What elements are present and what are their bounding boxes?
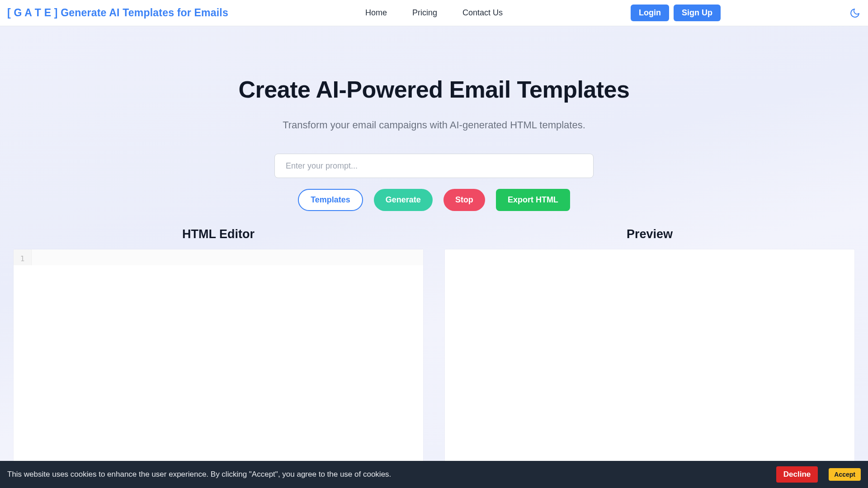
prompt-box (274, 154, 594, 178)
preview-title: Preview (445, 225, 854, 249)
line-number: 1 (14, 254, 31, 264)
header: [ G A T E ] Generate AI Templates for Em… (0, 0, 868, 26)
editor-panel: HTML Editor 1 (14, 225, 423, 484)
code-area[interactable] (32, 249, 423, 265)
cookie-accept-button[interactable]: Accept (829, 468, 861, 481)
editor-empty-area[interactable] (14, 265, 423, 484)
signup-button[interactable]: Sign Up (674, 5, 721, 21)
nav-home[interactable]: Home (365, 8, 387, 18)
generate-button[interactable]: Generate (374, 189, 433, 211)
moon-icon (849, 8, 860, 19)
auth-buttons: Login Sign Up (631, 5, 721, 21)
nav-pricing[interactable]: Pricing (412, 8, 437, 18)
preview-body (445, 249, 854, 484)
cookie-banner: This website uses cookies to enhance the… (0, 461, 868, 488)
prompt-input[interactable] (274, 154, 594, 178)
cookie-actions: Decline Accept (776, 466, 861, 483)
cookie-text: This website uses cookies to enhance the… (7, 470, 391, 479)
hero: Create AI-Powered Email Templates Transf… (0, 26, 868, 488)
editor-gutter: 1 (14, 249, 32, 265)
hero-title: Create AI-Powered Email Templates (0, 76, 868, 103)
nav-contact[interactable]: Contact Us (462, 8, 503, 18)
export-html-button[interactable]: Export HTML (496, 189, 570, 211)
editor-title: HTML Editor (14, 225, 423, 249)
theme-toggle-button[interactable] (848, 6, 862, 20)
action-row: Templates Generate Stop Export HTML (0, 189, 868, 211)
login-button[interactable]: Login (631, 5, 669, 21)
cookie-decline-button[interactable]: Decline (776, 466, 818, 483)
hero-subtitle: Transform your email campaigns with AI-g… (0, 119, 868, 131)
templates-button[interactable]: Templates (298, 189, 363, 211)
preview-panel: Preview (445, 225, 854, 484)
panels: HTML Editor 1 Preview (0, 225, 868, 484)
logo[interactable]: [ G A T E ] Generate AI Templates for Em… (7, 7, 228, 19)
main-nav: Home Pricing Contact Us (365, 8, 503, 18)
editor-body: 1 (14, 249, 423, 484)
stop-button[interactable]: Stop (443, 189, 485, 211)
